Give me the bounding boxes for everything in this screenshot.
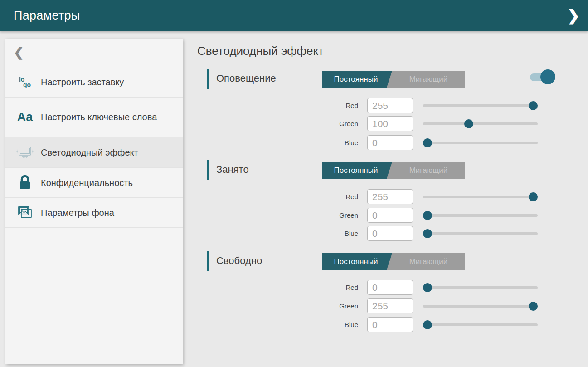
green-slider-knob[interactable]: [464, 119, 473, 128]
green-value-input[interactable]: [367, 298, 413, 313]
back-chevron-icon[interactable]: ❮: [14, 45, 24, 60]
blue-slider-knob[interactable]: [423, 138, 432, 147]
red-slider-knob[interactable]: [423, 283, 432, 292]
segment-solid-label[interactable]: Постоянный: [322, 162, 390, 179]
accent-bar: [207, 160, 209, 180]
sidebar-item-label: Светодиодный эффект: [41, 147, 138, 158]
switch-knob[interactable]: [540, 69, 555, 84]
green-value-input[interactable]: [367, 116, 413, 131]
rgb-row-blue: Blue: [317, 317, 553, 332]
blue-slider[interactable]: [423, 323, 538, 326]
segment-blinking-label[interactable]: Мигающий: [392, 71, 465, 88]
red-slider-knob[interactable]: [529, 192, 538, 201]
red-label: Red: [317, 102, 358, 109]
blue-value-input[interactable]: [367, 317, 413, 332]
led-effect-panel: Светодиодный эффект Оповещение Постоянны…: [197, 39, 588, 367]
green-slider[interactable]: [423, 214, 538, 217]
accent-bar: [207, 251, 209, 271]
mode-segmented-control-free[interactable]: Постоянный Мигающий: [322, 253, 465, 270]
red-value-input[interactable]: [367, 98, 413, 113]
green-label: Green: [317, 120, 358, 127]
green-value-input[interactable]: [367, 208, 413, 223]
blue-label: Blue: [317, 230, 358, 237]
rgb-row-blue: Blue: [317, 135, 553, 150]
rgb-row-red: Red: [317, 280, 553, 295]
section-header-notification: Оповещение: [207, 69, 276, 89]
segment-blinking-label[interactable]: Мигающий: [392, 253, 465, 270]
green-label: Green: [317, 211, 358, 219]
keywords-icon: Aa: [15, 107, 35, 127]
settings-sidebar: ❮ logo Настроить заставку Aa Настроить к…: [5, 39, 183, 364]
section-header-busy: Занято: [207, 160, 249, 180]
red-slider[interactable]: [423, 286, 538, 289]
sidebar-item-label: Настроить заставку: [41, 76, 124, 88]
mode-segmented-control-notification[interactable]: Постоянный Мигающий: [322, 71, 465, 88]
section-header-free: Свободно: [207, 251, 262, 271]
sidebar-item-privacy[interactable]: Конфиденциальность: [5, 168, 183, 198]
sidebar-item-background[interactable]: Параметры фона: [5, 198, 183, 228]
segment-solid-label[interactable]: Постоянный: [322, 71, 390, 88]
green-slider[interactable]: [423, 305, 538, 308]
green-slider[interactable]: [423, 122, 538, 125]
blue-slider[interactable]: [423, 232, 538, 235]
green-slider-knob[interactable]: [423, 211, 432, 220]
notification-enable-switch[interactable]: [529, 69, 555, 85]
red-label: Red: [317, 284, 358, 291]
sidebar-item-label: Параметры фона: [41, 207, 114, 219]
background-image-icon: [15, 203, 35, 223]
mode-segmented-control-busy[interactable]: Постоянный Мигающий: [322, 162, 465, 179]
green-label: Green: [317, 302, 358, 310]
blue-label: Blue: [317, 139, 358, 147]
red-label: Red: [317, 193, 358, 201]
red-slider[interactable]: [423, 196, 538, 198]
blue-slider-knob[interactable]: [423, 320, 432, 329]
sidebar-collapse-row[interactable]: ❮: [5, 39, 183, 67]
sidebar-item-label: Настроить ключевые слова: [41, 111, 157, 123]
red-value-input[interactable]: [367, 189, 413, 204]
red-slider-knob[interactable]: [529, 101, 538, 110]
logo-icon: logo: [15, 72, 35, 92]
page-title: Параметры: [14, 9, 80, 23]
section-label: Занято: [216, 160, 249, 180]
blue-slider[interactable]: [423, 142, 538, 144]
segment-solid-label[interactable]: Постоянный: [322, 253, 390, 270]
red-slider[interactable]: [423, 104, 538, 107]
sidebar-item-screensaver[interactable]: logo Настроить заставку: [5, 67, 183, 98]
green-slider-knob[interactable]: [529, 302, 538, 311]
segment-blinking-label[interactable]: Мигающий: [392, 162, 465, 179]
section-label: Оповещение: [216, 69, 276, 89]
blue-value-input[interactable]: [367, 226, 413, 241]
rgb-row-red: Red: [317, 189, 553, 204]
rgb-row-blue: Blue: [317, 226, 553, 241]
blue-label: Blue: [317, 321, 358, 328]
section-label: Свободно: [216, 251, 262, 271]
forward-chevron-icon[interactable]: ❯: [567, 5, 580, 25]
panel-title: Светодиодный эффект: [197, 44, 324, 58]
sidebar-item-led-effect[interactable]: Светодиодный эффект: [5, 137, 183, 168]
red-value-input[interactable]: [367, 280, 413, 295]
rgb-row-red: Red: [317, 98, 553, 113]
lock-icon: [15, 173, 35, 193]
sidebar-item-keywords[interactable]: Aa Настроить ключевые слова: [5, 98, 183, 137]
sidebar-item-label: Конфиденциальность: [41, 177, 133, 189]
blue-value-input[interactable]: [367, 135, 413, 150]
rgb-row-green: Green: [317, 208, 553, 223]
app-header: Параметры ❯: [0, 0, 588, 31]
rgb-row-green: Green: [317, 298, 553, 313]
accent-bar: [207, 69, 209, 89]
led-screen-icon: [15, 142, 35, 162]
blue-slider-knob[interactable]: [423, 229, 432, 238]
rgb-row-green: Green: [317, 116, 553, 131]
